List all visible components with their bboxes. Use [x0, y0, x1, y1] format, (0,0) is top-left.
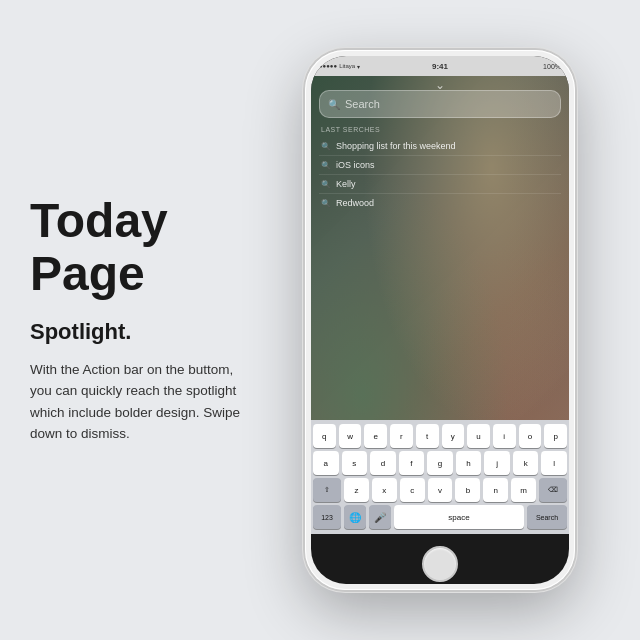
key-r[interactable]: r	[390, 424, 413, 448]
key-shift[interactable]: ⇧	[313, 478, 341, 502]
key-f[interactable]: f	[399, 451, 425, 475]
iphone-frame: ●●●●● Litaya ▾ 9:41 100% ⌄	[305, 50, 575, 590]
key-m[interactable]: m	[511, 478, 536, 502]
search-item-text-4: Redwood	[336, 198, 374, 208]
key-g[interactable]: g	[427, 451, 453, 475]
iphone-inner: ●●●●● Litaya ▾ 9:41 100% ⌄	[311, 56, 569, 584]
search-item-text-2: iOS icons	[336, 160, 375, 170]
key-c[interactable]: c	[400, 478, 425, 502]
key-z[interactable]: z	[344, 478, 369, 502]
search-bar[interactable]: 🔍 Search	[319, 90, 561, 118]
key-p[interactable]: p	[544, 424, 567, 448]
key-space[interactable]: space	[394, 505, 524, 529]
carrier: Litaya	[339, 63, 355, 69]
key-123[interactable]: 123	[313, 505, 341, 529]
key-k[interactable]: k	[513, 451, 539, 475]
search-history-icon-2: 🔍	[321, 161, 331, 170]
key-h[interactable]: h	[456, 451, 482, 475]
description: With the Action bar on the buttom, you c…	[30, 359, 250, 445]
status-bar: ●●●●● Litaya ▾ 9:41 100%	[311, 56, 569, 76]
key-w[interactable]: w	[339, 424, 362, 448]
key-u[interactable]: u	[467, 424, 490, 448]
key-q[interactable]: q	[313, 424, 336, 448]
title-line2: Page	[30, 247, 145, 300]
key-b[interactable]: b	[455, 478, 480, 502]
key-y[interactable]: y	[442, 424, 465, 448]
key-search[interactable]: Search	[527, 505, 567, 529]
subtitle: Spotlight.	[30, 319, 250, 345]
page-title: Today Page	[30, 195, 250, 301]
key-o[interactable]: o	[519, 424, 542, 448]
spotlight-panel: 🔍 Search LAST SERCHES 🔍 Shopping list fo…	[319, 90, 561, 212]
search-item-text-1: Shopping list for this weekend	[336, 141, 456, 151]
title-line1: Today	[30, 194, 168, 247]
key-s[interactable]: s	[342, 451, 368, 475]
key-globe[interactable]: 🌐	[344, 505, 366, 529]
screen: ⌄ 🔍 Search LAST SERCHES 🔍 Shopping list …	[311, 76, 569, 534]
wifi-icon: ▾	[357, 63, 360, 70]
signal: ●●●●● Litaya ▾	[319, 63, 360, 70]
key-row-3: ⇧ z x c v b n m ⌫	[313, 478, 567, 502]
key-x[interactable]: x	[372, 478, 397, 502]
main-container: Today Page Spotlight. With the Action ba…	[0, 0, 640, 640]
key-t[interactable]: t	[416, 424, 439, 448]
keyboard: q w e r t y u i o p a	[311, 420, 569, 534]
key-a[interactable]: a	[313, 451, 339, 475]
search-history-icon-1: 🔍	[321, 142, 331, 151]
signal-dots: ●●●●●	[319, 63, 337, 69]
search-item-2[interactable]: 🔍 iOS icons	[319, 156, 561, 175]
search-history-icon-4: 🔍	[321, 199, 331, 208]
search-item-1[interactable]: 🔍 Shopping list for this weekend	[319, 137, 561, 156]
right-panel: ●●●●● Litaya ▾ 9:41 100% ⌄	[260, 50, 620, 590]
key-n[interactable]: n	[483, 478, 508, 502]
key-row-1: q w e r t y u i o p	[313, 424, 567, 448]
search-input-placeholder: Search	[345, 98, 380, 110]
search-history-icon-3: 🔍	[321, 180, 331, 189]
search-item-4[interactable]: 🔍 Redwood	[319, 194, 561, 212]
key-row-bottom: 123 🌐 🎤 space Search	[313, 505, 567, 529]
battery: 100%	[543, 63, 561, 70]
time: 9:41	[432, 62, 448, 71]
key-j[interactable]: j	[484, 451, 510, 475]
key-delete[interactable]: ⌫	[539, 478, 567, 502]
search-icon: 🔍	[328, 99, 340, 110]
key-d[interactable]: d	[370, 451, 396, 475]
last-searches-label: LAST SERCHES	[319, 126, 561, 133]
search-item-text-3: Kelly	[336, 179, 356, 189]
key-e[interactable]: e	[364, 424, 387, 448]
key-v[interactable]: v	[428, 478, 453, 502]
search-item-3[interactable]: 🔍 Kelly	[319, 175, 561, 194]
key-i[interactable]: i	[493, 424, 516, 448]
key-row-2: a s d f g h j k l	[313, 451, 567, 475]
key-mic[interactable]: 🎤	[369, 505, 391, 529]
key-l[interactable]: l	[541, 451, 567, 475]
home-button[interactable]	[422, 546, 458, 582]
left-panel: Today Page Spotlight. With the Action ba…	[30, 195, 260, 445]
